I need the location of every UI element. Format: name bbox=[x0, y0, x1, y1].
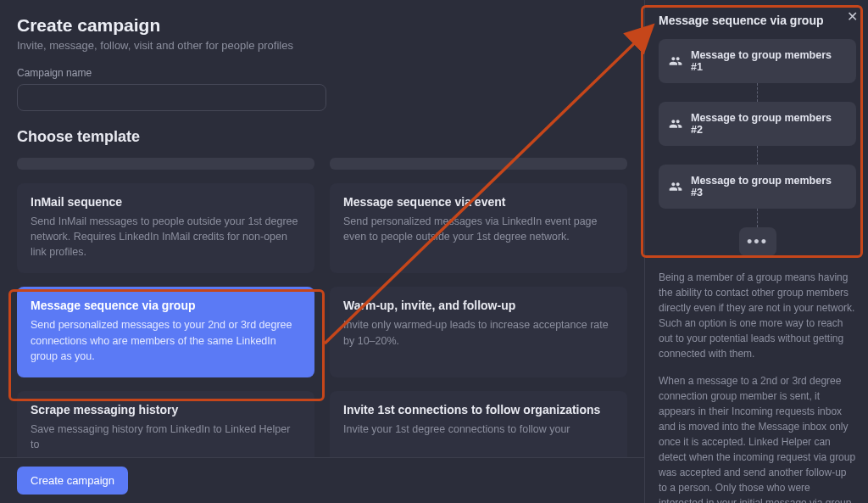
page-title: Create campaign bbox=[17, 15, 627, 36]
campaign-name-input[interactable] bbox=[17, 84, 326, 111]
template-card-event[interactable]: Message sequence via event Send personal… bbox=[330, 183, 627, 273]
sequence-list: Message to group members #1 Message to g… bbox=[659, 39, 856, 256]
sequence-step[interactable]: Message to group members #2 bbox=[659, 102, 856, 146]
card-desc: Send personalized messages via LinkedIn … bbox=[343, 214, 614, 244]
campaign-name-label: Campaign name bbox=[17, 67, 627, 79]
template-card-invite-follow[interactable]: Invite 1st connections to follow organiz… bbox=[330, 391, 627, 466]
sequence-step[interactable]: Message to group members #3 bbox=[659, 165, 856, 209]
card-title: Scrape messaging history bbox=[31, 403, 301, 416]
card-desc: Send InMail messages to people outside y… bbox=[31, 214, 301, 260]
template-card-scrape[interactable]: Scrape messaging history Save messaging … bbox=[17, 391, 314, 466]
sequence-step-label: Message to group members #2 bbox=[691, 112, 846, 136]
template-stub bbox=[330, 158, 627, 170]
group-icon bbox=[669, 180, 682, 193]
sequence-connector bbox=[757, 146, 758, 165]
page-subtitle: Invite, message, follow, visit and other… bbox=[17, 39, 627, 52]
group-icon bbox=[669, 54, 682, 68]
card-title: Invite 1st connections to follow organiz… bbox=[343, 403, 614, 416]
sequence-step-label: Message to group members #1 bbox=[691, 49, 846, 73]
sequence-step[interactable]: Message to group members #1 bbox=[659, 39, 856, 83]
close-icon[interactable]: ✕ bbox=[847, 10, 858, 24]
template-stub bbox=[17, 158, 314, 170]
group-icon bbox=[669, 117, 682, 131]
card-title: Message sequence via group bbox=[31, 299, 301, 312]
card-desc: Send personalized messages to your 2nd o… bbox=[31, 317, 301, 363]
sequence-connector bbox=[757, 209, 758, 227]
card-title: Message sequence via event bbox=[343, 195, 614, 209]
side-description: Being a member of a group means having t… bbox=[659, 270, 856, 503]
sequence-more-button[interactable]: ••• bbox=[739, 227, 776, 256]
template-card-inmail[interactable]: InMail sequence Send InMail messages to … bbox=[17, 183, 314, 273]
card-desc: Invite only warmed-up leads to increase … bbox=[343, 317, 614, 348]
card-desc: Save messaging history from LinkedIn to … bbox=[31, 422, 301, 452]
choose-template-heading: Choose template bbox=[17, 128, 627, 146]
sequence-step-label: Message to group members #3 bbox=[691, 175, 846, 198]
card-title: Warm-up, invite, and follow-up bbox=[343, 299, 614, 312]
sequence-connector bbox=[757, 83, 758, 102]
template-grid: InMail sequence Send InMail messages to … bbox=[17, 158, 627, 466]
card-desc: Invite your 1st degree connections to fo… bbox=[343, 422, 614, 437]
create-campaign-button[interactable]: Create campaign bbox=[17, 467, 128, 495]
side-paragraph: When a message to a 2nd or 3rd degree co… bbox=[659, 373, 856, 503]
side-panel-title: Message sequence via group bbox=[659, 14, 856, 27]
side-paragraph: Being a member of a group means having t… bbox=[659, 270, 856, 361]
bottom-bar: Create campaign bbox=[0, 457, 644, 503]
card-title: InMail sequence bbox=[31, 195, 301, 209]
template-card-warmup[interactable]: Warm-up, invite, and follow-up Invite on… bbox=[330, 287, 627, 377]
template-card-group[interactable]: Message sequence via group Send personal… bbox=[17, 287, 314, 377]
side-panel: ✕ Message sequence via group Message to … bbox=[644, 0, 868, 503]
